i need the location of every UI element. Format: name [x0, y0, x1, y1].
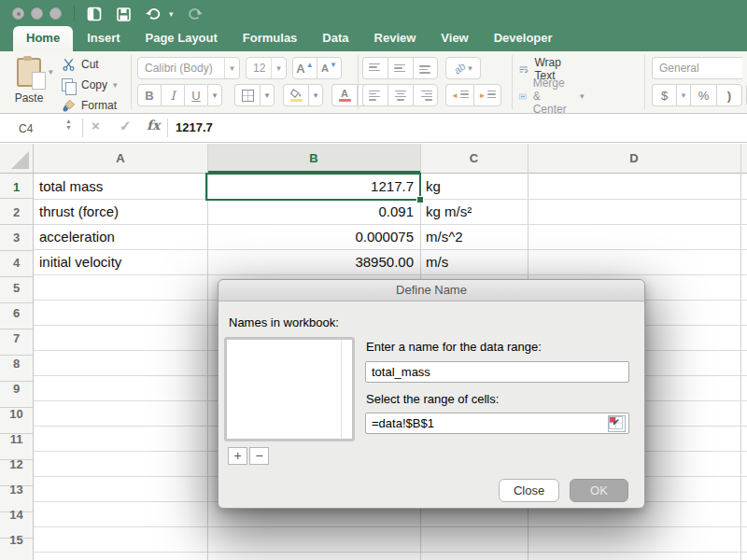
remove-name-button[interactable]: −	[249, 447, 269, 465]
shrink-font-button[interactable]: A▼	[317, 57, 342, 79]
select-all-corner[interactable]	[0, 144, 34, 174]
paste-menu-caret-icon[interactable]: ▾	[49, 67, 53, 77]
tab-data[interactable]: Data	[322, 26, 348, 51]
range-input[interactable]	[365, 413, 629, 434]
paste-icon[interactable]	[17, 58, 41, 87]
format-button[interactable]: Format	[62, 95, 118, 116]
font-size-combo[interactable]: 12 ▾	[246, 57, 287, 79]
undo-menu-caret-icon[interactable]: ▾	[169, 9, 174, 19]
font-color-button[interactable]: A	[331, 84, 357, 106]
fill-color-button[interactable]	[283, 84, 308, 106]
increase-indent-button[interactable]: ►	[473, 84, 501, 106]
comma-format-button[interactable]: )	[716, 84, 742, 106]
undo-icon[interactable]	[145, 7, 163, 21]
tab-home[interactable]: Home	[13, 26, 73, 51]
number-format-combo[interactable]: General	[652, 57, 742, 79]
row-header-16[interactable]: 16	[0, 553, 33, 560]
percent-format-button[interactable]: %	[690, 84, 716, 106]
fill-color-caret-icon[interactable]: ▾	[308, 84, 323, 106]
cell-B3[interactable]: 0.000075	[207, 225, 420, 250]
cell-A3[interactable]: acceleration	[34, 225, 207, 250]
close-button[interactable]: Close	[499, 479, 559, 502]
fill-handle[interactable]	[416, 196, 424, 203]
cut-button[interactable]: Cut	[62, 54, 118, 75]
row-header-12[interactable]: 12	[0, 452, 33, 477]
row-header-8[interactable]: 8	[0, 351, 33, 376]
cell-B2[interactable]: 0.091	[207, 200, 420, 225]
tab-view[interactable]: View	[441, 26, 468, 51]
row-header-14[interactable]: 14	[0, 502, 33, 527]
ok-button[interactable]: OK	[570, 479, 628, 502]
column-header-B[interactable]: B	[207, 144, 420, 173]
cancel-icon[interactable]: ×	[92, 118, 100, 133]
dialog-titlebar[interactable]: Define Name	[218, 280, 644, 301]
name-input[interactable]	[365, 361, 629, 383]
align-middle-button[interactable]	[388, 57, 413, 79]
cell-B4[interactable]: 38950.00	[207, 250, 420, 275]
italic-button[interactable]: I	[161, 84, 184, 106]
tab-review[interactable]: Review	[374, 26, 416, 51]
minimize-window-button[interactable]	[31, 7, 43, 20]
row-header-9[interactable]: 9	[0, 376, 33, 401]
names-listbox[interactable]	[224, 337, 355, 441]
close-window-button[interactable]	[12, 7, 24, 20]
row-header-11[interactable]: 11	[0, 427, 33, 452]
borders-button[interactable]	[234, 84, 260, 106]
font-name-combo[interactable]: Calibri (Body) ▾	[137, 57, 240, 79]
align-top-button[interactable]	[362, 57, 388, 79]
window-controls	[12, 7, 62, 20]
align-left-button[interactable]	[362, 84, 388, 106]
row-header-4[interactable]: 4	[0, 250, 33, 275]
cell-C4[interactable]: m/s	[420, 250, 528, 275]
underline-button[interactable]: U	[184, 84, 207, 106]
row-header-10[interactable]: 10	[0, 401, 33, 427]
cell-A4[interactable]: initial velocity	[34, 250, 207, 275]
add-name-button[interactable]: +	[228, 447, 247, 465]
row-header-7[interactable]: 7	[0, 326, 33, 351]
cell-A2[interactable]: thrust (force)	[34, 200, 207, 225]
column-header-C[interactable]: C	[420, 144, 528, 173]
merge-center-button[interactable]: Merge & Center ▾	[519, 86, 585, 106]
formula-input[interactable]: 1217.7	[176, 120, 213, 134]
bold-button[interactable]: B	[137, 84, 161, 106]
row-header-3[interactable]: 3	[0, 225, 33, 250]
decrease-indent-button[interactable]: ◄	[445, 84, 473, 106]
insert-function-icon[interactable]: fx	[147, 118, 160, 133]
column-header-D[interactable]: D	[528, 144, 740, 173]
cell-C2[interactable]: kg m/s²	[420, 200, 528, 225]
align-right-button[interactable]	[413, 84, 438, 106]
name-box[interactable]	[6, 119, 75, 139]
copy-button[interactable]: Copy ▾	[62, 75, 118, 95]
save-icon[interactable]	[116, 7, 132, 22]
zoom-window-button[interactable]	[49, 7, 62, 20]
tab-developer[interactable]: Developer	[494, 26, 553, 51]
borders-caret-icon[interactable]: ▾	[260, 84, 275, 106]
tab-page-layout[interactable]: Page Layout	[146, 26, 218, 51]
orientation-button[interactable]: ab ▾	[445, 57, 481, 79]
tab-formulas[interactable]: Formulas	[243, 26, 298, 51]
underline-caret-icon[interactable]: ▾	[207, 84, 222, 106]
align-center-button[interactable]	[388, 84, 413, 106]
row-header-6[interactable]: 6	[0, 301, 33, 326]
cell-C1[interactable]: kg	[420, 175, 528, 200]
row-header-5[interactable]: 5	[0, 275, 33, 301]
row-header-2[interactable]: 2	[0, 200, 33, 225]
row-header-13[interactable]: 13	[0, 477, 33, 502]
enter-icon[interactable]: ✓	[120, 118, 132, 134]
toggle-ribbon-icon[interactable]	[86, 6, 103, 22]
range-selector-icon[interactable]	[608, 415, 626, 432]
currency-caret-icon[interactable]: ▾	[676, 84, 690, 106]
grow-font-button[interactable]: A▲	[292, 57, 317, 79]
row-header-15[interactable]: 15	[0, 527, 33, 553]
name-box-spinner[interactable]: ▲▼	[65, 118, 72, 131]
wrap-text-icon	[519, 63, 529, 76]
currency-format-button[interactable]: $	[652, 84, 676, 106]
cell-C3[interactable]: m/s^2	[420, 225, 528, 250]
column-header-A[interactable]: A	[34, 144, 207, 173]
paste-button[interactable]: Paste	[6, 91, 52, 105]
copy-icon	[62, 78, 73, 91]
align-bottom-button[interactable]	[413, 57, 438, 79]
tab-insert[interactable]: Insert	[87, 26, 120, 51]
row-header-1[interactable]: 1	[0, 175, 33, 200]
cell-A1[interactable]: total mass	[34, 175, 207, 200]
